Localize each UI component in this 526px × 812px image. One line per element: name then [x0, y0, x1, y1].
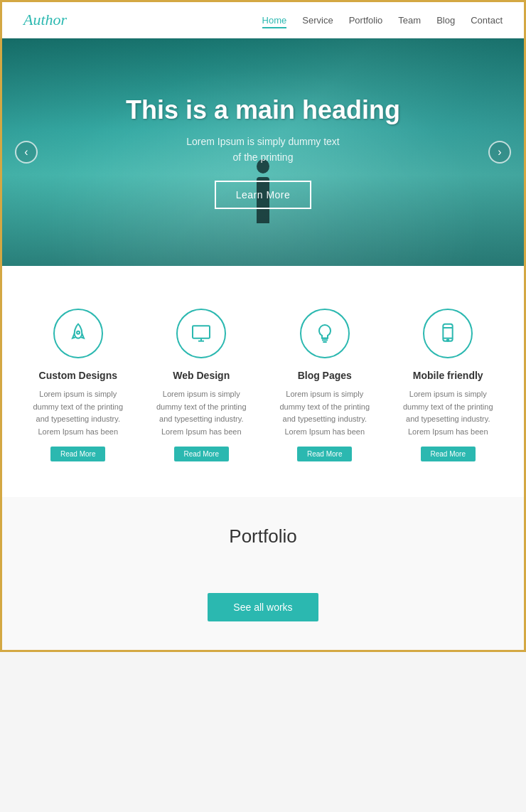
read-more-custom-designs[interactable]: Read More	[50, 447, 105, 461]
svg-rect-1	[193, 326, 210, 338]
hero-next-button[interactable]: ›	[488, 141, 511, 164]
chevron-right-icon: ›	[498, 146, 501, 159]
nav: Home Service Portfolio Team Blog Contact	[262, 14, 503, 26]
nav-item-blog[interactable]: Blog	[436, 14, 455, 26]
mobile-icon	[436, 322, 459, 345]
service-desc-blog-pages: Lorem ipsum is simply dummy text of the …	[277, 388, 372, 438]
svg-point-0	[77, 331, 80, 334]
service-title-mobile: Mobile friendly	[401, 370, 496, 381]
rocket-icon-circle	[53, 309, 103, 358]
portfolio-title: Portfolio	[23, 525, 503, 547]
nav-item-team[interactable]: Team	[398, 14, 421, 26]
nav-item-service[interactable]: Service	[302, 14, 333, 26]
hero-title: This is a main heading	[126, 95, 400, 125]
services-grid: Custom Designs Lorem ipsum is simply dum…	[23, 301, 503, 469]
svg-point-10	[447, 340, 449, 341]
nav-item-contact[interactable]: Contact	[471, 14, 503, 26]
portfolio-section: Portfolio See all works	[2, 497, 524, 650]
bulb-icon-circle	[300, 309, 350, 358]
nav-item-portfolio[interactable]: Portfolio	[349, 14, 383, 26]
hero-subtitle: Lorem Ipsum is simply dummy text of the …	[126, 134, 400, 166]
nav-item-home[interactable]: Home	[262, 14, 287, 26]
service-title-custom-designs: Custom Designs	[31, 370, 126, 381]
hero-prev-button[interactable]: ‹	[15, 141, 38, 164]
service-title-blog-pages: Blog Pages	[277, 370, 372, 381]
chevron-left-icon: ‹	[24, 146, 28, 159]
monitor-icon-circle	[176, 309, 226, 358]
bulb-icon	[313, 322, 336, 345]
service-desc-mobile: Lorem ipsum is simply dummy text of the …	[401, 388, 496, 438]
service-desc-web-design: Lorem ipsum is simply dummy text of the …	[154, 388, 249, 438]
service-desc-custom-designs: Lorem ipsum is simply dummy text of the …	[31, 388, 126, 438]
hero-cta-button[interactable]: Learn More	[215, 181, 312, 209]
read-more-blog-pages[interactable]: Read More	[297, 447, 352, 461]
see-all-works-button[interactable]: See all works	[208, 593, 318, 621]
monitor-icon	[190, 322, 213, 345]
hero-content: This is a main heading Lorem Ipsum is si…	[126, 95, 400, 210]
service-blog-pages: Blog Pages Lorem ipsum is simply dummy t…	[270, 301, 380, 469]
mobile-icon-circle	[423, 309, 473, 358]
service-custom-designs: Custom Designs Lorem ipsum is simply dum…	[23, 301, 133, 469]
hero-section: ‹ This is a main heading Lorem Ipsum is …	[2, 38, 524, 266]
logo[interactable]: Author	[23, 11, 67, 29]
portfolio-grid	[23, 567, 503, 573]
rocket-icon	[67, 322, 90, 345]
header: Author Home Service Portfolio Team Blog …	[2, 2, 524, 38]
read-more-mobile[interactable]: Read More	[421, 447, 476, 461]
service-title-web-design: Web Design	[154, 370, 249, 381]
service-web-design: Web Design Lorem ipsum is simply dummy t…	[147, 301, 257, 469]
read-more-web-design[interactable]: Read More	[174, 447, 229, 461]
service-mobile-friendly: Mobile friendly Lorem ipsum is simply du…	[394, 301, 503, 469]
services-section: Custom Designs Lorem ipsum is simply dum…	[2, 266, 524, 497]
